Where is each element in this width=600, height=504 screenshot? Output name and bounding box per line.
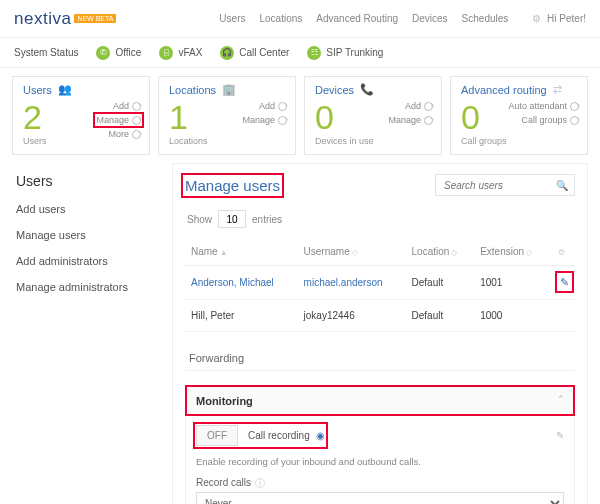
call-recording-feature[interactable]: Call recording ◉ (248, 430, 325, 441)
chevron-icon (570, 102, 579, 111)
locations-add-link[interactable]: Add (242, 101, 287, 111)
gear-icon: ⚙ (532, 13, 541, 24)
ql-call-center-label: Call Center (239, 47, 289, 58)
user-location: Default (406, 300, 475, 332)
users-table: Name▲ Username◇ Location◇ Extension◇ ⚙ A… (185, 238, 575, 332)
forwarding-toggle[interactable]: Forwarding (185, 346, 575, 370)
monitoring-section: Monitoring ˄ OFF Call recording ◉ ✎ Enab… (185, 385, 575, 504)
main-area: Users Add users Manage users Add adminis… (0, 163, 600, 504)
sidebar-heading: Users (16, 173, 158, 189)
user-username-link[interactable]: michael.anderson (304, 277, 383, 288)
quicklinks-bar: System Status ✆ Office ⌸ vFAX 🎧 Call Cen… (0, 38, 600, 68)
users-more-link[interactable]: More (96, 129, 141, 139)
locations-manage-link[interactable]: Manage (242, 115, 287, 125)
ql-office-label: Office (115, 47, 141, 58)
user-name-link[interactable]: Anderson, Michael (191, 277, 274, 288)
edit-monitoring-button[interactable]: ✎ (556, 430, 564, 441)
nav-locations[interactable]: Locations (259, 13, 302, 24)
stat-routing-sub: Call groups (461, 136, 507, 146)
ql-vfax-label: vFAX (178, 47, 202, 58)
stat-devices-title[interactable]: Devices 📞 (315, 83, 431, 96)
stat-locations-sub: Locations (169, 136, 208, 146)
stat-users-title[interactable]: Users 👥 (23, 83, 139, 96)
user-location: Default (406, 266, 475, 300)
brand-badge: NEW Beta (74, 14, 116, 23)
info-icon: i (255, 478, 265, 488)
stats-row: Users 👥 2 Users Add Manage More Location… (0, 68, 600, 163)
chevron-icon (424, 102, 433, 111)
page-title: Manage users (185, 177, 280, 194)
device-icon: 📞 (360, 83, 374, 96)
user-username[interactable]: jokay12446 (298, 300, 406, 332)
monitoring-title: Monitoring (196, 395, 253, 407)
sidebar-manage-users[interactable]: Manage users (16, 229, 158, 241)
ql-sip-trunking[interactable]: ☷ SIP Trunking (307, 46, 383, 60)
stat-locations-count: 1 (169, 100, 208, 134)
stat-card-devices: Devices 📞 0 Devices in use Add Manage (304, 76, 442, 155)
chevron-icon (570, 116, 579, 125)
user-extension: 1000 (474, 300, 550, 332)
nav-users[interactable]: Users (219, 13, 245, 24)
monitoring-off-toggle[interactable]: OFF (196, 425, 238, 446)
nav-schedules[interactable]: Schedules (462, 13, 509, 24)
fax-icon: ⌸ (159, 46, 173, 60)
stat-routing-title[interactable]: Advanced routing ⇄ (461, 83, 577, 96)
sidebar: Users Add users Manage users Add adminis… (12, 163, 162, 504)
sidebar-add-users[interactable]: Add users (16, 203, 158, 215)
col-username[interactable]: Username◇ (298, 238, 406, 266)
chevron-icon (132, 116, 141, 125)
user-name[interactable]: Hill, Peter (185, 300, 298, 332)
chevron-icon (278, 102, 287, 111)
col-name[interactable]: Name▲ (185, 238, 298, 266)
stat-users-sub: Users (23, 136, 47, 146)
ql-sip-label: SIP Trunking (326, 47, 383, 58)
ql-system-status-label: System Status (14, 47, 78, 58)
stat-card-users: Users 👥 2 Users Add Manage More (12, 76, 150, 155)
stat-card-locations: Locations 🏢 1 Locations Add Manage (158, 76, 296, 155)
nav-devices[interactable]: Devices (412, 13, 448, 24)
edit-user-button[interactable]: ✎ (560, 276, 569, 288)
chevron-icon (278, 116, 287, 125)
gear-icon: ⚙ (558, 248, 565, 257)
sort-icon: ▲ (220, 248, 228, 257)
sort-icon: ◇ (352, 248, 358, 257)
sidebar-add-admins[interactable]: Add administrators (16, 255, 158, 267)
user-greeting[interactable]: ⚙ Hi Peter! (532, 13, 586, 24)
routing-groups-link[interactable]: Call groups (508, 115, 579, 125)
stat-card-routing: Advanced routing ⇄ 0 Call groups Auto at… (450, 76, 588, 155)
monitoring-toggle-head[interactable]: Monitoring ˄ (186, 386, 574, 415)
ql-office[interactable]: ✆ Office (96, 46, 141, 60)
stat-users-count: 2 (23, 100, 47, 134)
stat-devices-count: 0 (315, 100, 374, 134)
routing-auto-link[interactable]: Auto attendant (508, 101, 579, 111)
stat-routing-count: 0 (461, 100, 507, 134)
brand-name: nextiva (14, 9, 71, 29)
users-manage-link[interactable]: Manage (96, 115, 141, 125)
forwarding-title: Forwarding (189, 352, 244, 364)
chevron-icon (132, 102, 141, 111)
record-calls-select[interactable]: Never (196, 492, 564, 504)
ql-system-status[interactable]: System Status (14, 47, 78, 58)
search-input[interactable] (442, 179, 556, 192)
sidebar-manage-admins[interactable]: Manage administrators (16, 281, 158, 293)
phone-icon: ✆ (96, 46, 110, 60)
call-recording-label: Call recording (248, 430, 310, 441)
ql-call-center[interactable]: 🎧 Call Center (220, 46, 289, 60)
radio-on-icon: ◉ (316, 430, 325, 441)
col-location[interactable]: Location◇ (406, 238, 475, 266)
stat-devices-sub: Devices in use (315, 136, 374, 146)
devices-manage-link[interactable]: Manage (388, 115, 433, 125)
ql-vfax[interactable]: ⌸ vFAX (159, 46, 202, 60)
col-extension[interactable]: Extension◇ (474, 238, 550, 266)
topbar: nextiva NEW Beta Users Locations Advance… (0, 0, 600, 38)
nav-routing[interactable]: Advanced Routing (316, 13, 398, 24)
users-add-link[interactable]: Add (96, 101, 141, 111)
search-users[interactable]: 🔍 (435, 174, 575, 196)
page-size-input[interactable] (218, 210, 246, 228)
search-icon: 🔍 (556, 180, 568, 191)
devices-add-link[interactable]: Add (388, 101, 433, 111)
stat-locations-title[interactable]: Locations 🏢 (169, 83, 285, 96)
brand-logo[interactable]: nextiva NEW Beta (14, 9, 116, 29)
routing-icon: ⇄ (553, 83, 562, 96)
greeting-text: Hi Peter! (547, 13, 586, 24)
